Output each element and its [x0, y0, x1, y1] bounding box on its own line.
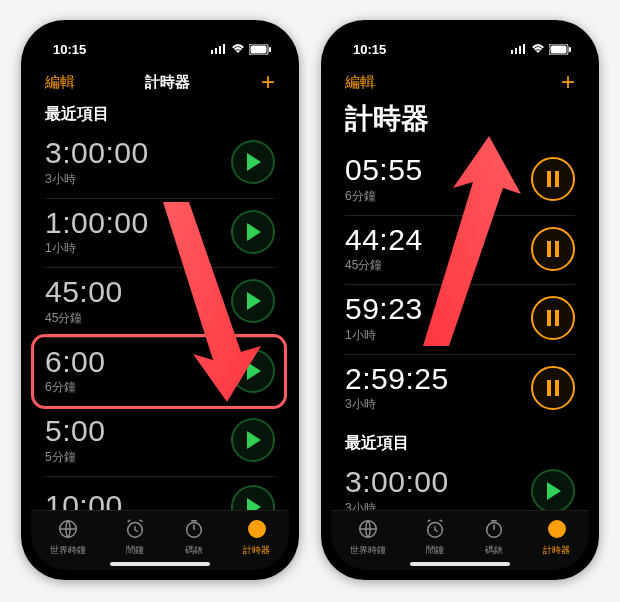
- timer-row[interactable]: 45:0045分鐘: [45, 268, 275, 338]
- signal-icon: [211, 44, 227, 54]
- svg-rect-29: [547, 310, 551, 326]
- svg-rect-31: [547, 380, 551, 396]
- play-icon: [245, 431, 261, 449]
- tab-timer[interactable]: 計時器: [543, 518, 570, 557]
- timer-text: 45:0045分鐘: [45, 276, 123, 327]
- section-recent-header: 最近項目: [45, 104, 275, 125]
- timer-sub: 3小時: [345, 500, 449, 511]
- timer-sub: 45分鐘: [45, 310, 123, 327]
- timer-row[interactable]: 2:59:253小時: [345, 355, 575, 424]
- timer-text: 05:556分鐘: [345, 154, 423, 205]
- timer-sub: 5分鐘: [45, 449, 105, 466]
- status-time: 10:15: [353, 42, 386, 57]
- timer-text: 59:231小時: [345, 293, 423, 344]
- svg-marker-7: [247, 153, 261, 171]
- svg-rect-30: [555, 310, 559, 326]
- timer-text: 3:00:003小時: [45, 137, 149, 188]
- stop-icon: [483, 518, 505, 542]
- timer-time: 2:59:25: [345, 363, 449, 395]
- home-indicator: [410, 562, 510, 566]
- timer-row[interactable]: 44:2445分鐘: [345, 216, 575, 286]
- play-icon: [245, 292, 261, 310]
- timer-text: 44:2445分鐘: [345, 224, 423, 275]
- pause-button[interactable]: [531, 227, 575, 271]
- section-recent-header: 最近項目: [345, 433, 575, 454]
- play-button[interactable]: [231, 418, 275, 462]
- pause-icon: [546, 241, 560, 257]
- signal-icon: [511, 44, 527, 54]
- svg-rect-19: [515, 48, 517, 54]
- add-button[interactable]: +: [261, 72, 275, 92]
- play-icon: [245, 223, 261, 241]
- content[interactable]: 計時器 05:556分鐘44:2445分鐘59:231小時2:59:253小時 …: [331, 98, 589, 510]
- tab-label: 鬧鐘: [426, 544, 444, 557]
- alarm-icon: [124, 518, 146, 542]
- world-icon: [57, 518, 79, 542]
- edit-button[interactable]: 編輯: [345, 73, 375, 92]
- timer-row[interactable]: 59:231小時: [345, 285, 575, 355]
- play-icon: [245, 362, 261, 380]
- pause-button[interactable]: [531, 366, 575, 410]
- phone-right: 10:15 編輯 + 計時器 05:556分鐘44:2445分鐘59:231小時…: [321, 20, 599, 580]
- svg-rect-23: [551, 45, 567, 53]
- tab-alarm[interactable]: 鬧鐘: [424, 518, 446, 557]
- pause-icon: [546, 171, 560, 187]
- svg-rect-5: [251, 45, 267, 53]
- timer-row[interactable]: 6:006分鐘: [45, 338, 275, 408]
- tab-bar: 世界時鐘鬧鐘碼錶計時器: [31, 510, 289, 570]
- svg-rect-2: [219, 46, 221, 54]
- timer-row[interactable]: 3:00:003小時: [45, 129, 275, 199]
- svg-rect-0: [211, 50, 213, 54]
- content[interactable]: 最近項目 3:00:003小時1:00:001小時45:0045分鐘6:006分…: [31, 98, 289, 510]
- tab-alarm[interactable]: 鬧鐘: [124, 518, 146, 557]
- play-button[interactable]: [531, 469, 575, 510]
- play-button[interactable]: [231, 485, 275, 511]
- timer-time: 3:00:00: [345, 466, 449, 498]
- timer-time: 45:00: [45, 276, 123, 308]
- status-icons: [511, 44, 571, 55]
- svg-rect-24: [569, 47, 571, 52]
- add-button[interactable]: +: [561, 72, 575, 92]
- svg-rect-21: [523, 44, 525, 54]
- tab-label: 計時器: [243, 544, 270, 557]
- play-button[interactable]: [231, 140, 275, 184]
- navbar: 編輯 計時器 +: [31, 68, 289, 98]
- pause-button[interactable]: [531, 296, 575, 340]
- wifi-icon: [231, 44, 245, 54]
- timer-row[interactable]: 1:00:001小時: [45, 199, 275, 269]
- timer-row[interactable]: 10:00: [45, 477, 275, 511]
- svg-marker-12: [247, 498, 261, 511]
- timer-row[interactable]: 05:556分鐘: [345, 146, 575, 216]
- play-button[interactable]: [231, 210, 275, 254]
- page-title: 計時器: [345, 100, 575, 138]
- tab-timer[interactable]: 計時器: [243, 518, 270, 557]
- tab-label: 鬧鐘: [126, 544, 144, 557]
- pause-button[interactable]: [531, 157, 575, 201]
- world-icon: [357, 518, 379, 542]
- svg-rect-3: [223, 44, 225, 54]
- svg-rect-27: [547, 241, 551, 257]
- svg-rect-32: [555, 380, 559, 396]
- tab-world[interactable]: 世界時鐘: [50, 518, 86, 557]
- play-icon: [545, 482, 561, 500]
- edit-button[interactable]: 編輯: [45, 73, 75, 92]
- timer-time: 3:00:00: [45, 137, 149, 169]
- tab-label: 計時器: [543, 544, 570, 557]
- stop-icon: [183, 518, 205, 542]
- timer-text: 2:59:253小時: [345, 363, 449, 414]
- status-time: 10:15: [53, 42, 86, 57]
- play-button[interactable]: [231, 349, 275, 393]
- tab-world[interactable]: 世界時鐘: [350, 518, 386, 557]
- timer-sub: 3小時: [45, 171, 149, 188]
- tab-label: 世界時鐘: [50, 544, 86, 557]
- battery-icon: [549, 44, 571, 55]
- play-icon: [245, 498, 261, 511]
- timer-row[interactable]: 3:00:003小時: [345, 458, 575, 510]
- play-button[interactable]: [231, 279, 275, 323]
- tab-stop[interactable]: 碼錶: [483, 518, 505, 557]
- timer-icon: [546, 518, 568, 542]
- svg-rect-18: [511, 50, 513, 54]
- tab-stop[interactable]: 碼錶: [183, 518, 205, 557]
- timer-row[interactable]: 5:005分鐘: [45, 407, 275, 477]
- timer-text: 3:00:003小時: [345, 466, 449, 510]
